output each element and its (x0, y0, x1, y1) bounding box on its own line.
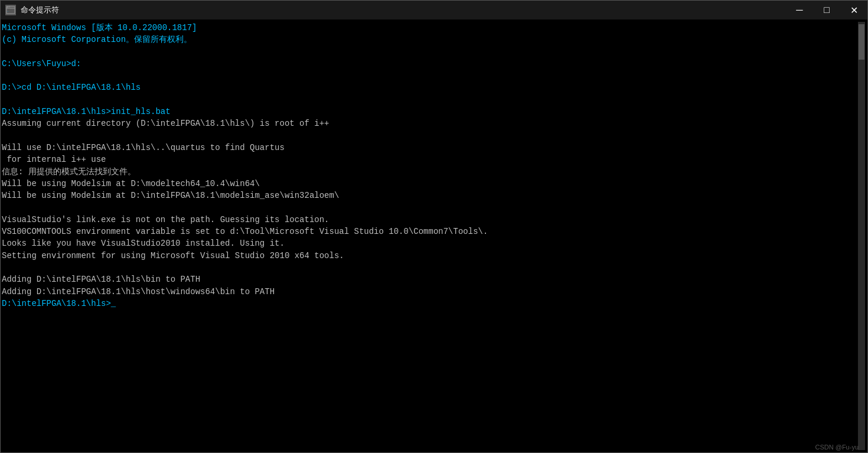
window-icon: C:\ _ (5, 5, 16, 15)
svg-text:C:\: C:\ (7, 6, 11, 8)
maximize-button[interactable]: □ (813, 1, 840, 19)
minimize-button[interactable]: ─ (786, 1, 813, 19)
title-bar: C:\ _ 命令提示符 ─ □ ✕ (1, 1, 867, 19)
svg-text:_: _ (6, 9, 9, 12)
close-button[interactable]: ✕ (840, 1, 867, 19)
console-output: Microsoft Windows [版本 10.0.22000.1817] (… (2, 22, 858, 309)
scrollbar-thumb[interactable] (859, 24, 864, 60)
console-content[interactable]: Microsoft Windows [版本 10.0.22000.1817] (… (2, 22, 858, 450)
scrollbar[interactable] (858, 22, 865, 450)
window-controls: ─ □ ✕ (786, 1, 867, 19)
watermark: CSDN @Fu-yu (815, 444, 859, 451)
window-title: 命令提示符 (21, 5, 863, 15)
console-area: Microsoft Windows [版本 10.0.22000.1817] (… (1, 19, 867, 452)
cmd-window: C:\ _ 命令提示符 ─ □ ✕ Microsoft Windows [版本 … (0, 0, 868, 453)
